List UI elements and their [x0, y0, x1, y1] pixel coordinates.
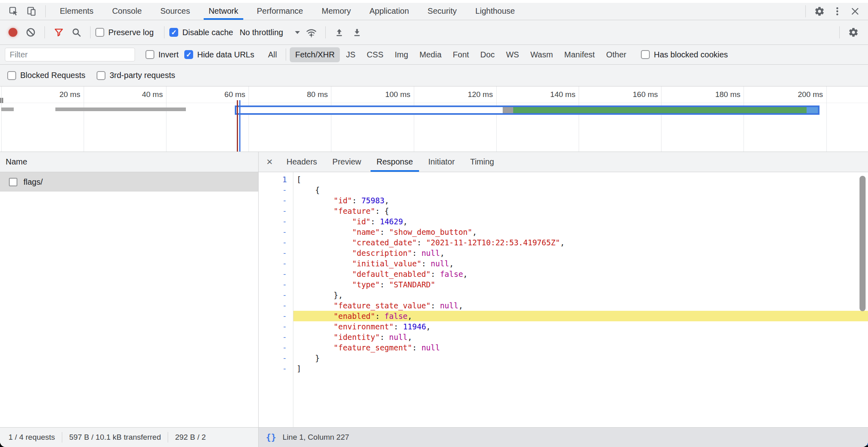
- response-line: - "feature_state_value": null,: [259, 300, 868, 311]
- pretty-print-icon[interactable]: {}: [266, 432, 276, 442]
- filter-type-js[interactable]: JS: [341, 47, 360, 62]
- preserve-log-label: Preserve log: [108, 28, 154, 37]
- divider: [805, 5, 806, 17]
- line-content: "feature": {: [293, 206, 868, 216]
- clear-network-log-button[interactable]: [22, 25, 40, 40]
- hide-data-urls-label: Hide data URLs: [197, 50, 254, 59]
- name-column-header[interactable]: Name: [0, 152, 258, 172]
- tab-network[interactable]: Network: [209, 2, 238, 20]
- blocked-requests-checkbox[interactable]: [7, 71, 16, 80]
- filter-type-img[interactable]: Img: [390, 47, 413, 62]
- load-event-marker: [239, 100, 240, 152]
- close-detail-icon[interactable]: ×: [260, 156, 279, 168]
- line-gutter: -: [259, 206, 293, 216]
- request-list: flags/: [0, 172, 258, 192]
- import-har-icon[interactable]: [331, 25, 348, 40]
- disable-cache-checkbox[interactable]: [169, 28, 178, 37]
- has-blocked-cookies-label: Has blocked cookies: [654, 50, 728, 59]
- detail-tabs: HeadersPreviewResponseInitiatorTiming: [279, 152, 502, 172]
- filter-funnel-icon[interactable]: [50, 25, 67, 40]
- timeline-gridline: [84, 86, 84, 152]
- filter-type-all[interactable]: All: [263, 47, 282, 62]
- inspect-element-icon[interactable]: [5, 4, 23, 19]
- tab-performance[interactable]: Performance: [257, 2, 303, 20]
- line-gutter: -: [259, 321, 293, 332]
- line-content: "id": 75983,: [293, 195, 868, 206]
- resource-icon: [9, 178, 17, 186]
- export-har-icon[interactable]: [348, 25, 366, 40]
- filter-type-other[interactable]: Other: [601, 47, 632, 62]
- waterfall-segment-waiting: [513, 107, 807, 113]
- response-line: - {: [259, 185, 868, 195]
- dom-content-loaded-marker: [237, 100, 238, 152]
- detail-tab-preview[interactable]: Preview: [333, 152, 361, 172]
- timeline-gridline: [414, 86, 414, 152]
- tab-lighthouse[interactable]: Lighthouse: [475, 2, 515, 20]
- invert-checkbox[interactable]: [145, 50, 154, 59]
- search-icon[interactable]: [67, 25, 85, 40]
- third-party-requests-checkbox[interactable]: [97, 71, 105, 80]
- response-line: - "created_date": "2021-11-12T10:22:53.4…: [259, 237, 868, 248]
- network-settings-gear-icon[interactable]: [845, 25, 862, 40]
- device-toolbar-icon[interactable]: [23, 4, 40, 19]
- timeline-gridline: [496, 86, 497, 152]
- line-content: }: [293, 353, 868, 363]
- detail-tab-timing[interactable]: Timing: [470, 152, 494, 172]
- hide-data-urls-checkbox[interactable]: [184, 50, 193, 59]
- filter-type-media[interactable]: Media: [414, 47, 447, 62]
- filter-input[interactable]: [5, 48, 135, 61]
- response-line: - "environment": 11946,: [259, 321, 868, 332]
- panel-tabs: ElementsConsoleSourcesNetworkPerformance…: [51, 2, 524, 20]
- line-content: "id": 14629,: [293, 216, 868, 227]
- requests-panel: Name flags/: [0, 152, 259, 427]
- timeline-gridline: [826, 86, 827, 152]
- timeline-tick-label: 40 ms: [142, 90, 163, 99]
- network-conditions-icon[interactable]: [303, 25, 320, 40]
- tab-sources[interactable]: Sources: [160, 2, 190, 20]
- request-bar-other: [1, 108, 14, 111]
- request-waterfall-bar[interactable]: [235, 105, 820, 115]
- filter-type-css[interactable]: CSS: [362, 47, 389, 62]
- response-viewer: 1[- {- "id": 75983,- "feature": {- "id":…: [259, 172, 868, 427]
- scrollbar-thumb[interactable]: [860, 176, 866, 311]
- timeline-tick-label: 200 ms: [798, 90, 823, 99]
- tab-memory[interactable]: Memory: [322, 2, 351, 20]
- preserve-log-checkbox[interactable]: [95, 28, 104, 37]
- detail-tab-headers[interactable]: Headers: [287, 152, 317, 172]
- line-content: "created_date": "2021-11-12T10:22:53.419…: [293, 237, 868, 248]
- record-network-log-button[interactable]: [4, 25, 22, 40]
- tab-elements[interactable]: Elements: [60, 2, 93, 20]
- has-blocked-cookies-checkbox[interactable]: [641, 50, 650, 59]
- settings-gear-icon[interactable]: [811, 4, 828, 19]
- tab-console[interactable]: Console: [112, 2, 141, 20]
- filter-type-wasm[interactable]: Wasm: [525, 47, 558, 62]
- kebab-menu-icon[interactable]: [828, 4, 846, 19]
- line-content: "feature_state_value": null,: [293, 300, 868, 311]
- timeline-gridline: [579, 86, 579, 152]
- filter-type-manifest[interactable]: Manifest: [559, 47, 600, 62]
- tab-application[interactable]: Application: [369, 2, 409, 20]
- tab-security[interactable]: Security: [428, 2, 457, 20]
- detail-tab-response[interactable]: Response: [377, 152, 413, 172]
- response-line: - "description": null,: [259, 248, 868, 258]
- filter-type-ws[interactable]: WS: [501, 47, 524, 62]
- filter-type-fetch-xhr[interactable]: Fetch/XHR: [290, 47, 340, 62]
- divider: [45, 5, 46, 17]
- response-line: - "default_enabled": false,: [259, 269, 868, 279]
- timeline-gridline: [249, 86, 249, 152]
- line-gutter: -: [259, 227, 293, 237]
- response-line: 1[: [259, 174, 868, 185]
- detail-tab-initiator[interactable]: Initiator: [428, 152, 455, 172]
- filter-type-font[interactable]: Font: [448, 47, 474, 62]
- filter-type-doc[interactable]: Doc: [475, 47, 500, 62]
- divider: [839, 26, 840, 38]
- response-code: 1[- {- "id": 75983,- "feature": {- "id":…: [259, 172, 868, 427]
- timeline-tick-label: 100 ms: [385, 90, 410, 99]
- request-row-flags[interactable]: flags/: [0, 172, 258, 192]
- timeline-overview[interactable]: 20 ms40 ms60 ms80 ms100 ms120 ms140 ms16…: [0, 86, 868, 152]
- close-devtools-icon[interactable]: [846, 4, 864, 19]
- network-toolbar: Preserve log Disable cache No throttling: [0, 20, 868, 45]
- line-gutter: -: [259, 300, 293, 311]
- throttling-select[interactable]: No throttling: [240, 28, 300, 37]
- timeline-gridline: [331, 86, 331, 152]
